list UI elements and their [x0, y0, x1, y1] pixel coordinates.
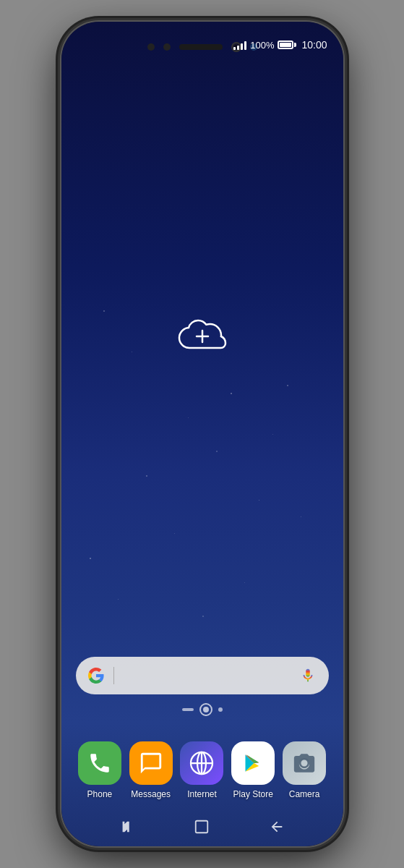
- search-divider: [113, 667, 114, 684]
- samsung-cloud-icon[interactable]: [176, 316, 228, 354]
- home-button[interactable]: [187, 812, 216, 841]
- messages-label: Messages: [131, 789, 171, 799]
- signal-bar-1: [233, 47, 236, 50]
- search-bar-container: [76, 657, 329, 694]
- camera-icon: [283, 741, 326, 785]
- battery-percent: 100%: [250, 40, 274, 51]
- stars-background: [61, 22, 343, 846]
- dock: Phone Messages: [61, 741, 343, 799]
- clock: 10:00: [301, 39, 327, 51]
- screen: 100% 10:00: [61, 22, 343, 846]
- signal-bar-2: [237, 46, 239, 50]
- battery-fill: [280, 43, 291, 47]
- signal-bar-4: [244, 41, 246, 50]
- phone-icon: [78, 741, 121, 785]
- app-internet[interactable]: Internet: [180, 741, 223, 799]
- svg-rect-6: [196, 820, 208, 833]
- app-camera[interactable]: Camera: [283, 741, 326, 799]
- app-phone[interactable]: Phone: [78, 741, 121, 799]
- search-bar[interactable]: [76, 657, 329, 694]
- battery-body: [278, 41, 293, 49]
- phone-label: Phone: [87, 789, 113, 799]
- signal-bar-3: [241, 43, 243, 50]
- phone-frame: 100% 10:00: [61, 22, 343, 846]
- app-playstore[interactable]: Play Store: [231, 741, 275, 799]
- recents-button[interactable]: [113, 812, 142, 841]
- playstore-icon: [231, 741, 275, 785]
- app-messages[interactable]: Messages: [129, 741, 173, 799]
- nav-dots: [61, 703, 343, 716]
- nav-dot-home: [199, 703, 212, 716]
- google-logo: [87, 667, 105, 684]
- camera-label: Camera: [289, 789, 320, 799]
- signal-bars: [233, 40, 246, 50]
- internet-label: Internet: [187, 789, 217, 799]
- mic-icon[interactable]: [298, 666, 317, 685]
- nav-dot-right: [218, 707, 223, 712]
- internet-icon: [180, 741, 223, 785]
- nav-bar: [61, 807, 343, 846]
- messages-icon: [129, 741, 173, 785]
- back-button[interactable]: [262, 812, 291, 841]
- battery-icon: [278, 41, 296, 49]
- status-bar: 100% 10:00: [61, 35, 343, 55]
- nav-dot-dash: [182, 708, 194, 711]
- cloud-plus-svg: [176, 316, 228, 354]
- status-right: 100% 10:00: [233, 39, 327, 51]
- battery-tip: [294, 43, 296, 47]
- playstore-label: Play Store: [233, 789, 273, 799]
